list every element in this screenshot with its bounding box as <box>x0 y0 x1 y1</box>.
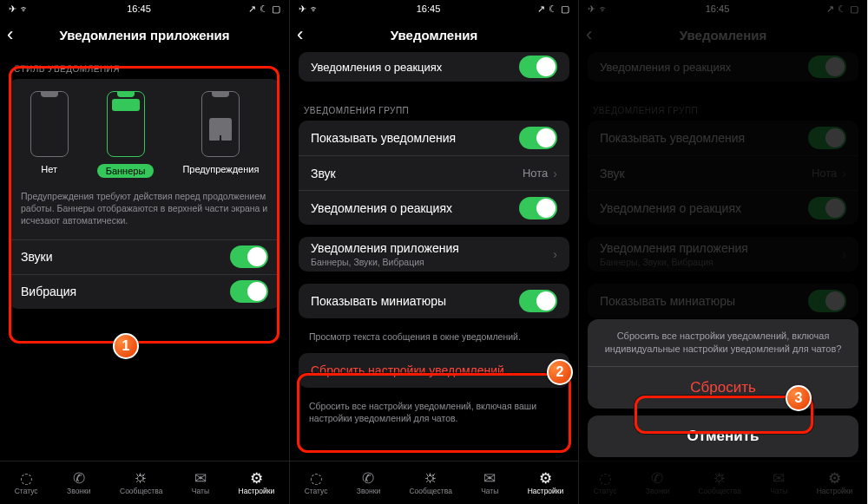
thumbnails-card: Показывать миниатюры <box>299 284 569 318</box>
calls-icon: ✆ <box>362 471 374 486</box>
app-notifications-card[interactable]: Уведомления приложения Баннеры, Звуки, В… <box>299 237 569 272</box>
sounds-toggle[interactable] <box>230 245 268 268</box>
tab-bar: ◌Статус ✆Звонки ⛭Сообщества ✉Чаты ⚙Настр… <box>0 461 289 504</box>
row-reaction-notifications[interactable]: Уведомления о реакциях <box>299 190 569 225</box>
dnd-icon: ↗ <box>248 3 256 15</box>
screen-1: ✈ᯤ 16:45 ↗☾▢ ‹ Уведомления приложения СТ… <box>0 0 289 504</box>
tab-calls[interactable]: ✆Звонки <box>357 471 380 495</box>
status-bar: ✈ᯤ 16:45 ↗☾▢ <box>290 0 578 17</box>
row-reactions-partial[interactable]: Уведомления о реакциях <box>299 52 569 82</box>
tab-communities[interactable]: ⛭Сообщества <box>120 471 162 495</box>
row-sounds[interactable]: Звуки <box>9 239 280 274</box>
page-title: Уведомления приложения <box>0 28 289 43</box>
style-description: Предупреждения требуют действия перед пр… <box>9 187 280 239</box>
show-thumbnails-toggle[interactable] <box>519 290 557 312</box>
navbar: ‹ Уведомления приложения <box>0 17 289 52</box>
tab-status[interactable]: ◌Статус <box>305 471 328 495</box>
back-button[interactable]: ‹ <box>297 23 303 46</box>
chevron-right-icon: › <box>553 167 557 180</box>
row-sound[interactable]: Звук Нота› <box>299 155 569 190</box>
moon-icon: ☾ <box>260 3 268 15</box>
communities-icon: ⛭ <box>424 471 438 486</box>
sheet-cancel-button[interactable]: Отменить <box>588 416 858 457</box>
tab-bar: ◌Статус ✆Звонки ⛭Сообщества ✉Чаты ⚙Настр… <box>290 461 578 504</box>
thumbnails-footnote: Просмотр текста сообщения в окне уведомл… <box>290 331 578 353</box>
sound-value: Нота <box>523 167 548 180</box>
status-icon: ◌ <box>310 471 323 486</box>
page-title: Уведомления <box>290 28 578 43</box>
screen-2: ✈ᯤ 16:45 ↗☾▢ ‹ Уведомления Уведомления о… <box>289 0 578 504</box>
tab-settings[interactable]: ⚙Настройки <box>528 471 564 495</box>
moon-icon: ☾ <box>549 3 557 15</box>
style-banners-label: Баннеры <box>97 164 155 178</box>
reactions-partial-label: Уведомления о реакциях <box>311 61 442 74</box>
status-time: 16:45 <box>127 3 151 14</box>
communities-icon: ⛭ <box>134 471 148 486</box>
navbar: ‹ Уведомления <box>290 17 578 52</box>
tab-communities[interactable]: ⛭Сообщества <box>409 471 451 495</box>
wifi-icon: ᯤ <box>310 3 319 14</box>
vibration-label: Вибрация <box>21 285 76 298</box>
reset-footnote: Сбросить все настройки уведомлений, вклю… <box>290 400 578 435</box>
sounds-label: Звуки <box>21 250 53 264</box>
sheet-reset-button[interactable]: Сбросить <box>588 367 858 409</box>
style-option-banners[interactable]: Баннеры <box>97 91 155 178</box>
row-show-thumbnails[interactable]: Показывать миниатюры <box>299 284 569 318</box>
section-style-header: СТИЛЬ УВЕДОМЛЕНИЯ <box>0 52 289 79</box>
style-none-label: Нет <box>41 164 57 174</box>
vibration-toggle[interactable] <box>230 280 268 303</box>
calls-icon: ✆ <box>73 471 85 486</box>
reset-button[interactable]: Сбросить настройки уведомлений <box>299 353 569 388</box>
top-partial-card: Уведомления о реакциях <box>299 52 569 82</box>
back-button[interactable]: ‹ <box>7 23 13 46</box>
chevron-right-icon: › <box>553 247 557 261</box>
section-groups-header: УВЕДОМЛЕНИЯ ГРУПП <box>290 94 578 121</box>
chats-icon: ✉ <box>194 471 207 486</box>
show-notifications-toggle[interactable] <box>519 127 557 149</box>
tab-calls[interactable]: ✆Звонки <box>67 471 90 495</box>
reactions-partial-toggle[interactable] <box>519 56 557 78</box>
sheet-message: Сбросить все настройки уведомлений, вклю… <box>588 319 858 367</box>
style-card: Нет Баннеры Предупреждения Предупреждени… <box>9 79 280 309</box>
reset-card[interactable]: Сбросить настройки уведомлений <box>299 353 569 388</box>
action-sheet: Сбросить все настройки уведомлений, вклю… <box>588 319 858 457</box>
group-notifications-card: Показывать уведомления Звук Нота› Уведом… <box>299 121 569 225</box>
screen-3: ✈ᯤ 16:45 ↗☾▢ ‹ Уведомления Уведомления о… <box>578 0 867 504</box>
reaction-notifications-toggle[interactable] <box>519 197 557 219</box>
status-icon: ◌ <box>20 471 33 486</box>
status-time: 16:45 <box>417 3 441 14</box>
tab-chats[interactable]: ✉Чаты <box>481 471 498 495</box>
dnd-icon: ↗ <box>537 3 545 15</box>
row-show-notifications[interactable]: Показывать уведомления <box>299 121 569 155</box>
battery-icon: ▢ <box>561 3 569 15</box>
tab-status[interactable]: ◌Статус <box>15 471 38 495</box>
battery-icon: ▢ <box>272 3 280 15</box>
settings-icon: ⚙ <box>250 471 263 486</box>
airplane-icon: ✈ <box>299 3 306 15</box>
chats-icon: ✉ <box>483 471 496 486</box>
wifi-icon: ᯤ <box>20 3 30 14</box>
settings-icon: ⚙ <box>539 471 552 486</box>
tab-settings[interactable]: ⚙Настройки <box>239 471 275 495</box>
row-vibration[interactable]: Вибрация <box>9 274 280 309</box>
style-alerts-label: Предупреждения <box>182 164 259 174</box>
status-bar: ✈ᯤ 16:45 ↗☾▢ <box>0 0 289 17</box>
style-option-alerts[interactable]: Предупреждения <box>182 91 259 178</box>
airplane-icon: ✈ <box>9 3 16 15</box>
style-option-none[interactable]: Нет <box>30 91 69 178</box>
tab-chats[interactable]: ✉Чаты <box>192 471 209 495</box>
